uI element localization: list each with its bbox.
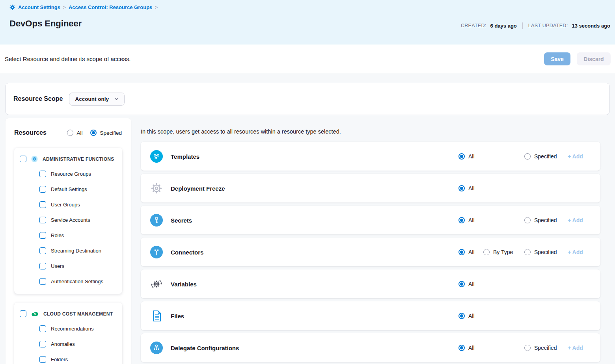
checkbox[interactable] xyxy=(39,356,46,363)
created-label: CREATED: xyxy=(461,23,486,28)
resource-name: Secrets xyxy=(171,217,192,223)
files-icon xyxy=(150,310,163,322)
radio-label: All xyxy=(468,345,475,351)
radio-specified[interactable]: Specified xyxy=(524,217,557,223)
checkbox[interactable] xyxy=(39,325,46,332)
radio-all[interactable]: All xyxy=(458,345,475,351)
add-button[interactable]: + Add xyxy=(568,153,583,160)
group-checkbox[interactable] xyxy=(20,156,26,162)
radio-all[interactable]: All xyxy=(458,281,475,287)
resource-row-variables: Variables All xyxy=(141,269,600,298)
radio-icon[interactable] xyxy=(458,153,465,160)
resource-scope-selected-value: Account only xyxy=(75,96,109,102)
add-button[interactable]: + Add xyxy=(568,217,583,223)
group-title: ADMINISTRATIVE FUNCTIONS xyxy=(43,156,114,162)
add-button[interactable]: + Add xyxy=(568,249,583,255)
resource-name: Connectors xyxy=(171,249,203,255)
resource-scope-label: Resource Scope xyxy=(13,95,63,102)
resource-row-secrets: Secrets All Specified + Add xyxy=(141,206,600,234)
checkbox[interactable] xyxy=(39,341,46,347)
checkbox[interactable] xyxy=(39,263,46,269)
meta-info: CREATED: 6 days ago LAST UPDATED: 13 sec… xyxy=(461,22,610,29)
radio-label: Specified xyxy=(534,249,557,255)
radio-label: All xyxy=(76,130,82,136)
group-checkbox[interactable] xyxy=(20,310,26,317)
checkbox[interactable] xyxy=(39,201,46,208)
item-label: Folders xyxy=(51,357,68,362)
checkbox[interactable] xyxy=(39,171,46,177)
radio-label: Specified xyxy=(100,130,122,136)
radio-icon[interactable] xyxy=(458,217,465,223)
checkbox[interactable] xyxy=(39,186,46,193)
radio-icon[interactable] xyxy=(524,249,531,255)
breadcrumb: Account Settings > Access Control: Resou… xyxy=(9,4,158,10)
radio-all[interactable]: All xyxy=(458,185,475,191)
sidebar-item-authentication-settings[interactable]: Authentication Settings xyxy=(14,274,122,289)
resource-scope-dropdown[interactable]: Account only xyxy=(69,93,125,106)
sidebar-item-roles[interactable]: Roles xyxy=(14,228,122,243)
radio-icon[interactable] xyxy=(524,345,531,351)
checkbox[interactable] xyxy=(39,247,46,254)
resource-name: Files xyxy=(171,312,184,319)
save-button[interactable]: Save xyxy=(544,52,570,65)
action-toolbar: Select Resource and define its scope of … xyxy=(0,45,615,73)
radio-icon[interactable] xyxy=(524,153,531,160)
add-button[interactable]: + Add xyxy=(568,345,583,351)
radio-all[interactable]: All xyxy=(458,153,475,160)
radio-icon[interactable] xyxy=(67,130,73,136)
meta-divider xyxy=(522,22,523,29)
radio-icon[interactable] xyxy=(524,217,531,223)
checkbox[interactable] xyxy=(39,217,46,223)
radio-label: All xyxy=(468,185,475,191)
radio-specified[interactable]: Specified xyxy=(524,345,557,351)
radio-all[interactable]: All xyxy=(458,217,475,223)
radio-icon[interactable] xyxy=(458,313,465,319)
resource-name: Templates xyxy=(171,153,199,160)
radio-icon[interactable] xyxy=(458,345,465,351)
sidebar-item-streaming-destination[interactable]: Streaming Destination xyxy=(14,243,122,258)
radio-specified[interactable]: Specified xyxy=(524,153,557,160)
connectors-icon xyxy=(150,246,163,258)
group-header: ADMINISTRATIVE FUNCTIONS xyxy=(14,152,122,166)
resource-name: Variables xyxy=(171,280,197,287)
sidebar-item-folders[interactable]: Folders xyxy=(14,352,122,364)
radio-all[interactable]: All xyxy=(458,313,475,319)
page-title: DevOps Engineer xyxy=(9,19,82,29)
breadcrumb-link-resource-groups[interactable]: Access Control: Resource Groups xyxy=(69,4,152,10)
sidebar-item-users[interactable]: Users xyxy=(14,258,122,274)
deployment-freeze-icon xyxy=(150,182,163,195)
radio-icon[interactable] xyxy=(458,185,465,191)
sidebar-item-user-groups[interactable]: User Groups xyxy=(14,197,122,212)
radio-icon[interactable] xyxy=(458,281,465,287)
radio-label: Specified xyxy=(534,217,557,223)
radio-specified[interactable]: Specified xyxy=(524,249,557,255)
sidebar-item-resource-groups[interactable]: Resource Groups xyxy=(14,166,122,182)
sidebar-item-anomalies[interactable]: Anomalies xyxy=(14,336,122,352)
checkbox[interactable] xyxy=(39,278,46,285)
radio-icon[interactable] xyxy=(483,249,490,255)
checkbox[interactable] xyxy=(39,232,46,239)
discard-button[interactable]: Discard xyxy=(577,52,611,65)
created-value: 6 days ago xyxy=(490,23,517,29)
resources-sidebar: Resources All Specified ADMINISTRAT xyxy=(6,118,131,364)
sidebar-item-default-settings[interactable]: Default Settings xyxy=(14,182,122,197)
last-updated-value: 13 seconds ago xyxy=(572,23,610,29)
item-label: Default Settings xyxy=(51,186,87,192)
gear-icon xyxy=(9,4,15,10)
resource-row-connectors: Connectors All By Type Specified + Add xyxy=(141,238,600,266)
resource-row-deployment-freeze: Deployment Freeze All xyxy=(141,174,600,202)
radio-label: Specified xyxy=(534,345,557,351)
radio-by-type[interactable]: By Type xyxy=(483,249,513,255)
radio-icon[interactable] xyxy=(458,249,465,255)
breadcrumb-link-account-settings[interactable]: Account Settings xyxy=(18,4,60,10)
last-updated-label: LAST UPDATED: xyxy=(528,23,568,28)
resources-radio-specified[interactable]: Specified xyxy=(90,130,122,136)
sidebar-item-recommendations[interactable]: Recommendations xyxy=(14,321,122,336)
instruction-text: Select Resource and define its scope of … xyxy=(5,56,130,62)
radio-icon[interactable] xyxy=(90,130,97,136)
group-title: CLOUD COST MANAGEMENT xyxy=(43,311,113,317)
radio-all[interactable]: All xyxy=(458,249,475,255)
group-cloud-cost-management: $ CLOUD COST MANAGEMENT Recommendations … xyxy=(14,303,122,364)
resources-radio-all[interactable]: All xyxy=(67,130,82,136)
sidebar-item-service-accounts[interactable]: Service Accounts xyxy=(14,212,122,228)
